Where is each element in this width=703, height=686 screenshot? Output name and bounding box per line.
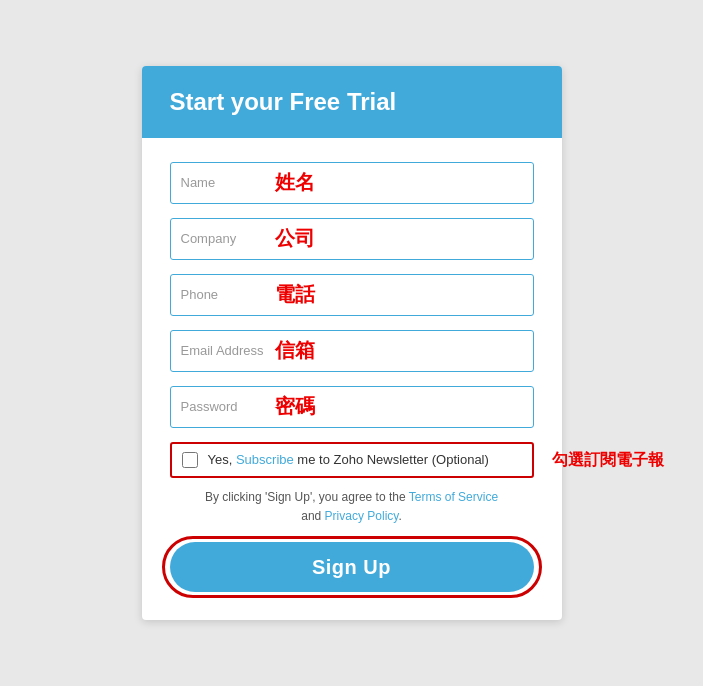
name-input-wrapper: Name 姓名 — [170, 162, 534, 204]
terms-text: By clicking 'Sign Up', you agree to the … — [170, 488, 534, 526]
password-label: Password — [181, 399, 271, 414]
email-field-group: Email Address 信箱 — [170, 330, 534, 372]
phone-annotation: 電話 — [275, 281, 315, 308]
email-annotation: 信箱 — [275, 337, 315, 364]
company-annotation: 公司 — [275, 225, 315, 252]
email-input-wrapper: Email Address 信箱 — [170, 330, 534, 372]
company-field-group: Company 公司 — [170, 218, 534, 260]
name-label: Name — [181, 175, 271, 190]
company-input-wrapper: Company 公司 — [170, 218, 534, 260]
password-field-group: Password 密碼 — [170, 386, 534, 428]
page-title: Start your Free Trial — [170, 88, 534, 116]
password-annotation: 密碼 — [275, 393, 315, 420]
name-annotation: 姓名 — [275, 169, 315, 196]
newsletter-checkbox-row: Yes, Subscribe me to Zoho Newsletter (Op… — [170, 442, 534, 478]
phone-label: Phone — [181, 287, 271, 302]
privacy-policy-link[interactable]: Privacy Policy — [325, 509, 399, 523]
name-field-group: Name 姓名 — [170, 162, 534, 204]
card-body: Name 姓名 Company 公司 Phone 電話 Email A — [142, 138, 562, 620]
signup-card: Start your Free Trial Name 姓名 Company 公司… — [142, 66, 562, 620]
newsletter-label: Yes, Subscribe me to Zoho Newsletter (Op… — [208, 452, 489, 467]
newsletter-checkbox-container: Yes, Subscribe me to Zoho Newsletter (Op… — [170, 442, 534, 478]
terms-of-service-link[interactable]: Terms of Service — [409, 490, 498, 504]
signup-btn-wrapper: Sign Up — [170, 542, 534, 592]
newsletter-outside-annotation: 勾選訂閱電子報 — [552, 449, 664, 470]
company-label: Company — [181, 231, 271, 246]
card-header: Start your Free Trial — [142, 66, 562, 138]
phone-field-group: Phone 電話 — [170, 274, 534, 316]
signup-button[interactable]: Sign Up — [170, 542, 534, 592]
phone-input-wrapper: Phone 電話 — [170, 274, 534, 316]
newsletter-checkbox[interactable] — [182, 452, 198, 468]
password-input-wrapper: Password 密碼 — [170, 386, 534, 428]
email-label: Email Address — [181, 343, 271, 358]
